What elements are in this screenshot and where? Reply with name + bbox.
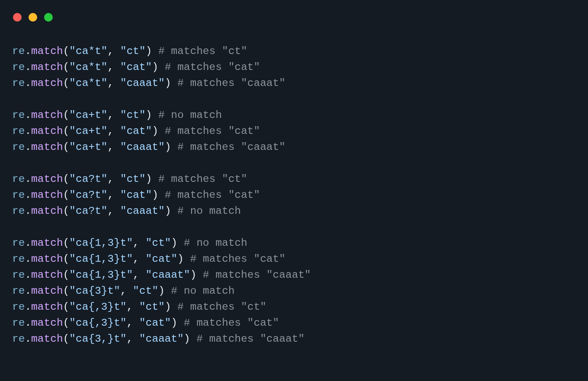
string-pattern: "ca{1,3}t" [69,269,133,281]
fn-match: match [31,61,63,73]
close-paren: ) [165,141,171,153]
object-re: re [12,301,25,313]
comment: # matches "caaat" [177,77,285,89]
object-re: re [12,205,25,217]
blank-line [12,155,576,171]
comment: # matches "cat" [165,125,260,137]
string-pattern: "ca+t" [69,125,107,137]
string-pattern: "ca+t" [69,109,107,121]
comma: , [108,125,120,137]
comma: , [127,333,139,345]
comma: , [133,237,145,249]
close-paren: ) [165,205,171,217]
object-re: re [12,189,25,201]
fn-match: match [31,173,63,185]
string-arg: "caaat" [120,141,165,153]
comma: , [108,141,120,153]
comment: # matches "cat" [165,61,260,73]
window-traffic-lights [13,13,53,22]
fn-match: match [31,45,63,57]
object-re: re [12,125,25,137]
close-paren: ) [152,125,158,137]
object-re: re [12,333,25,345]
comma: , [108,109,120,121]
comma: , [120,285,133,297]
comma: , [133,269,145,281]
dot-operator: . [25,333,31,345]
dot-operator: . [25,61,31,73]
comma: , [108,61,120,73]
code-line: re.match("ca{1,3}t", "cat") # matches "c… [12,251,576,267]
open-paren: ( [63,173,70,185]
code-line: re.match("ca{,3}t", "ct") # matches "ct" [12,299,576,315]
open-paren: ( [63,237,70,249]
comment: # no match [177,205,241,217]
open-paren: ( [63,301,70,313]
open-paren: ( [63,317,70,329]
object-re: re [12,253,25,265]
comment: # matches "cat" [190,253,286,265]
comma: , [108,205,120,217]
string-arg: "ct" [120,109,146,121]
close-paren: ) [171,237,178,249]
dot-operator: . [25,285,31,297]
object-re: re [12,77,25,89]
dot-operator: . [25,125,31,137]
object-re: re [12,317,25,329]
dot-operator: . [25,237,31,249]
blank-line [12,91,576,107]
close-paren: ) [146,173,152,185]
blank-line [12,219,576,235]
open-paren: ( [63,269,70,281]
comment: # matches "ct" [158,45,247,57]
string-arg: "caaat" [139,333,184,345]
comma: , [133,253,145,265]
open-paren: ( [63,77,70,89]
close-paren: ) [158,285,165,297]
close-paren: ) [146,45,152,57]
close-paren: ) [184,333,190,345]
code-window: re.match("ca*t", "ct") # matches "ct"re.… [0,0,588,381]
fn-match: match [31,269,63,281]
fn-match: match [31,77,63,89]
code-line: re.match("ca?t", "cat") # matches "cat" [12,187,576,203]
comma: , [127,317,139,329]
comma: , [108,173,120,185]
object-re: re [12,109,25,121]
comma: , [108,45,120,57]
code-line: re.match("ca+t", "cat") # matches "cat" [12,123,576,139]
zoom-icon[interactable] [44,13,53,22]
dot-operator: . [25,173,31,185]
code-line: re.match("ca{,3}t", "cat") # matches "ca… [12,315,576,331]
code-line: re.match("ca{1,3}t", "caaat") # matches … [12,267,576,283]
code-line: re.match("ca{3,}t", "caaat") # matches "… [12,331,576,347]
open-paren: ( [63,333,70,345]
close-paren: ) [177,253,184,265]
open-paren: ( [63,45,70,57]
comment: # no match [184,237,247,249]
fn-match: match [31,301,63,313]
code-line: re.match("ca+t", "ct") # no match [12,107,576,123]
dot-operator: . [25,269,31,281]
minimize-icon[interactable] [29,13,37,22]
string-arg: "cat" [120,61,152,73]
code-line: re.match("ca*t", "ct") # matches "ct" [12,43,576,59]
close-paren: ) [190,269,197,281]
fn-match: match [31,125,63,137]
dot-operator: . [25,141,31,153]
string-pattern: "ca{,3}t" [69,317,126,329]
object-re: re [12,237,25,249]
close-icon[interactable] [13,13,22,22]
open-paren: ( [63,285,70,297]
code-line: re.match("ca*t", "cat") # matches "cat" [12,59,576,75]
close-paren: ) [165,77,171,89]
close-paren: ) [146,109,152,121]
close-paren: ) [152,189,158,201]
code-line: re.match("ca?t", "ct") # matches "ct" [12,171,576,187]
string-arg: "cat" [120,189,152,201]
object-re: re [12,285,25,297]
comment: # no match [171,285,235,297]
string-pattern: "ca{1,3}t" [69,253,133,265]
comma: , [108,77,120,89]
fn-match: match [31,141,63,153]
